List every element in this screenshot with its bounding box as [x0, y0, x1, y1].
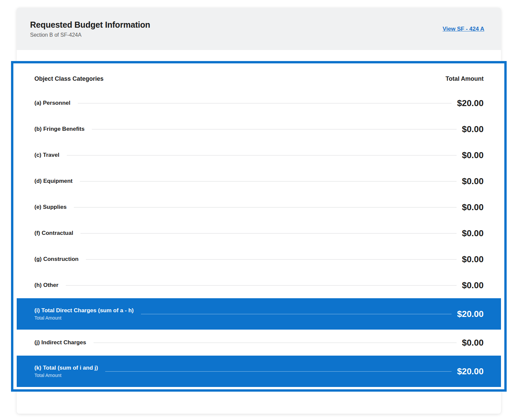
- budget-row: (j) Indirect Charges $0.00: [17, 330, 501, 356]
- view-sf424a-link[interactable]: View SF - 424 A: [443, 26, 484, 32]
- row-label-group: (c) Travel: [34, 152, 59, 158]
- leader-line: [86, 259, 457, 260]
- budget-row: (h) Other $0.00: [17, 272, 501, 298]
- row-label: (i) Total Direct Charges (sum of a - h): [34, 307, 134, 314]
- page-title: Requested Budget Information: [30, 20, 150, 30]
- header-text: Requested Budget Information Section B o…: [30, 20, 150, 38]
- row-label-group: (a) Personnel: [34, 100, 70, 106]
- row-label: (b) Fringe Benefits: [34, 126, 84, 132]
- row-label: (e) Supplies: [34, 204, 66, 211]
- row-label-group: (b) Fringe Benefits: [34, 126, 84, 132]
- row-label-group: (j) Indirect Charges: [34, 339, 86, 346]
- leader-line: [66, 285, 457, 286]
- leader-line: [94, 343, 457, 343]
- column-header-total-amount: Total Amount: [446, 75, 484, 82]
- budget-row: (c) Travel $0.00: [17, 142, 501, 168]
- row-amount: $0.00: [462, 228, 484, 239]
- row-amount: $0.00: [462, 124, 484, 134]
- budget-row: (a) Personnel $20.00: [17, 90, 501, 116]
- row-label-group: (k) Total (sum of i and j) Total Amount: [34, 365, 98, 378]
- row-label: (d) Equipment: [34, 178, 72, 184]
- row-label: (g) Construction: [34, 256, 78, 263]
- leader-line: [105, 371, 452, 372]
- row-label: (j) Indirect Charges: [34, 339, 86, 346]
- budget-card: Requested Budget Information Section B o…: [17, 8, 501, 414]
- leader-line: [92, 129, 457, 129]
- row-sublabel: Total Amount: [34, 315, 134, 321]
- row-label: (c) Travel: [34, 152, 59, 158]
- row-amount: $20.00: [457, 98, 484, 108]
- budget-section-highlight: Object Class Categories Total Amount (a)…: [11, 61, 507, 392]
- row-label: (h) Other: [34, 282, 58, 289]
- budget-row: (k) Total (sum of i and j) Total Amount …: [17, 356, 501, 387]
- budget-row: (e) Supplies $0.00: [17, 194, 501, 220]
- budget-row: (i) Total Direct Charges (sum of a - h) …: [17, 298, 501, 330]
- budget-rows: (a) Personnel $20.00 (b) Fringe Benefits: [17, 90, 501, 387]
- leader-line: [80, 181, 457, 181]
- row-label-group: (i) Total Direct Charges (sum of a - h) …: [34, 307, 134, 321]
- row-amount: $20.00: [457, 309, 484, 319]
- row-amount: $0.00: [462, 176, 484, 186]
- row-label-group: (f) Contractual: [34, 230, 73, 237]
- row-amount: $0.00: [462, 150, 484, 160]
- leader-line: [78, 103, 452, 103]
- row-label-group: (d) Equipment: [34, 178, 72, 184]
- row-label-group: (g) Construction: [34, 256, 78, 263]
- budget-row: (b) Fringe Benefits $0.00: [17, 116, 501, 142]
- row-sublabel: Total Amount: [34, 373, 98, 378]
- leader-line: [74, 207, 457, 207]
- row-amount: $0.00: [462, 280, 484, 291]
- row-label: (a) Personnel: [34, 100, 70, 106]
- leader-line: [67, 155, 457, 155]
- leader-line: [141, 314, 452, 314]
- row-label-group: (e) Supplies: [34, 204, 66, 211]
- card-body: Object Class Categories Total Amount (a)…: [17, 61, 501, 392]
- leader-line: [80, 233, 457, 234]
- column-header-categories: Object Class Categories: [34, 75, 104, 82]
- row-amount: $0.00: [462, 338, 484, 348]
- card-header: Requested Budget Information Section B o…: [17, 8, 501, 50]
- row-label: (f) Contractual: [34, 230, 73, 237]
- row-amount: $0.00: [462, 254, 484, 265]
- budget-row: (d) Equipment $0.00: [17, 168, 501, 194]
- budget-row: (f) Contractual $0.00: [17, 220, 501, 246]
- row-label: (k) Total (sum of i and j): [34, 365, 98, 371]
- row-amount: $0.00: [462, 202, 484, 213]
- row-amount: $20.00: [457, 366, 484, 377]
- table-header-row: Object Class Categories Total Amount: [17, 74, 501, 83]
- page-subtitle: Section B of SF-424A: [30, 32, 150, 38]
- budget-row: (g) Construction $0.00: [17, 246, 501, 272]
- row-label-group: (h) Other: [34, 282, 58, 289]
